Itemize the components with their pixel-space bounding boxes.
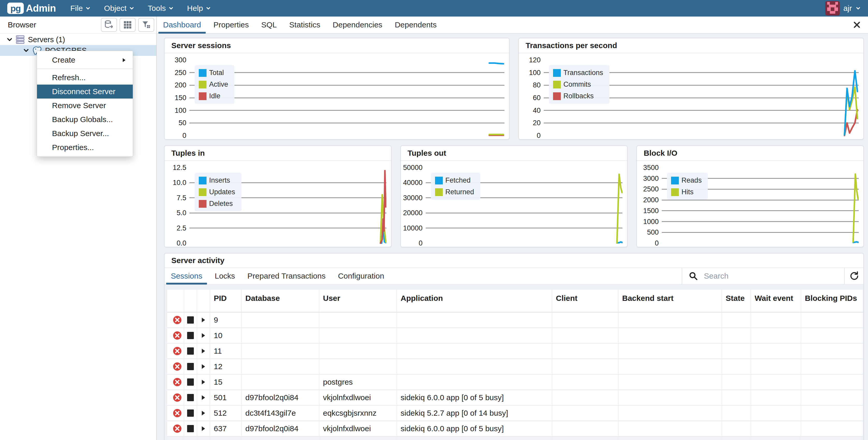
session-client-cell — [552, 312, 619, 328]
partial-row-cell — [171, 437, 184, 440]
session-user-cell: postgres — [319, 375, 397, 390]
cancel-query-button[interactable] — [184, 344, 197, 359]
session-state-cell — [722, 344, 751, 359]
chart-panel-transactions-per-second: Transactions per second120100806040200Tr… — [518, 38, 864, 140]
cancel-query-button[interactable] — [184, 328, 197, 344]
menu-label: Tools — [148, 4, 166, 13]
cancel-query-button[interactable] — [184, 312, 197, 328]
session-application-cell: sidekiq 6.0.0 app [0 of 5 busy] — [397, 390, 552, 406]
tab-dependencies[interactable]: Dependencies — [327, 17, 389, 33]
column-header-state[interactable]: State — [722, 290, 751, 312]
column-header-application[interactable]: Application — [397, 290, 552, 312]
terminate-session-button[interactable] — [171, 375, 184, 390]
context-menu-item-create[interactable]: Create — [37, 53, 133, 67]
expand-row-button[interactable] — [197, 421, 210, 437]
chart-panel-tuples-in: Tuples in12.510.07.55.02.50.0InsertsUpda… — [164, 145, 392, 247]
cancel-query-button[interactable] — [184, 421, 197, 437]
chart-legend: TotalActiveIdle — [195, 65, 235, 104]
menu-help[interactable]: Help — [187, 4, 211, 13]
context-menu-item-backup-globals[interactable]: Backup Globals... — [37, 113, 133, 126]
menu-object[interactable]: Object — [104, 4, 134, 13]
y-axis-tick: 5.0 — [164, 209, 186, 217]
filter-button[interactable] — [138, 18, 154, 32]
terminate-session-button[interactable] — [171, 312, 184, 328]
legend-swatch — [435, 188, 443, 196]
close-panel-button[interactable] — [852, 17, 868, 33]
terminate-session-button[interactable] — [171, 359, 184, 375]
expand-row-button[interactable] — [197, 359, 210, 375]
chevron-down-icon[interactable] — [6, 36, 13, 43]
context-menu-item-refresh[interactable]: Refresh... — [37, 71, 133, 85]
cancel-query-button[interactable] — [184, 375, 197, 390]
context-menu-item-remove-server[interactable]: Remove Server — [37, 99, 133, 113]
session-application-cell — [397, 375, 552, 390]
grid-button[interactable] — [120, 18, 135, 32]
tab-sql[interactable]: SQL — [255, 17, 283, 33]
session-blocking-pids-cell — [801, 421, 863, 437]
activity-tab-sessions[interactable]: Sessions — [164, 268, 209, 284]
column-header-user[interactable]: User — [319, 290, 397, 312]
browser-panel-header: Browser — [0, 17, 156, 34]
expand-row-button[interactable] — [197, 312, 210, 328]
column-header-blocking-pids[interactable]: Blocking PIDs — [801, 290, 863, 312]
stop-icon — [187, 425, 194, 433]
cancel-query-button[interactable] — [184, 406, 197, 421]
session-user-cell: vkjolnfxdlwoei — [319, 390, 397, 406]
y-axis-tick: 0 — [637, 239, 659, 247]
header-expand — [197, 290, 210, 312]
cancel-query-button[interactable] — [184, 359, 197, 375]
activity-tab-locks[interactable]: Locks — [209, 268, 241, 284]
expand-row-button[interactable] — [197, 344, 210, 359]
tab-dashboard[interactable]: Dashboard — [157, 17, 207, 33]
terminate-session-button[interactable] — [171, 328, 184, 344]
menu-tools[interactable]: Tools — [148, 4, 174, 13]
user-menu[interactable]: ajr — [825, 1, 861, 15]
chevron-down-icon[interactable] — [23, 48, 30, 54]
search-input[interactable] — [704, 271, 838, 281]
cancel-query-button[interactable] — [184, 390, 197, 406]
session-wait-event-cell — [751, 312, 801, 328]
activity-tab-configuration[interactable]: Configuration — [332, 268, 390, 284]
expand-row-button[interactable] — [197, 328, 210, 344]
tab-properties[interactable]: Properties — [207, 17, 255, 33]
session-blocking-pids-cell — [801, 375, 863, 390]
session-backend-start-cell — [619, 421, 722, 437]
tab-label: Dashboard — [163, 21, 201, 29]
y-axis-tick: 0.0 — [164, 239, 186, 247]
chart-title: Tuples out — [401, 146, 627, 161]
activity-tab-prepared-transactions[interactable]: Prepared Transactions — [241, 268, 332, 284]
terminate-session-button[interactable] — [171, 344, 184, 359]
column-header-backend-start[interactable]: Backend start — [619, 290, 722, 312]
terminate-session-button[interactable] — [171, 421, 184, 437]
expand-row-button[interactable] — [197, 406, 210, 421]
terminate-icon — [173, 393, 182, 402]
session-pid-cell: 10 — [210, 328, 242, 344]
tab-label: Statistics — [289, 21, 320, 29]
tree-item-servers-1-[interactable]: Servers (1) — [0, 34, 156, 45]
context-menu-item-backup-server[interactable]: Backup Server... — [37, 126, 133, 140]
view-data-button[interactable] — [101, 18, 117, 32]
stop-icon — [187, 332, 194, 339]
context-menu-item-properties[interactable]: Properties... — [37, 140, 133, 154]
menu-file[interactable]: File — [70, 4, 91, 13]
column-header-client[interactable]: Client — [552, 290, 619, 312]
context-menu-item-disconnect-server[interactable]: Disconnect Server — [37, 85, 133, 99]
tab-dependents[interactable]: Dependents — [389, 17, 443, 33]
legend-label: Transactions — [563, 69, 603, 77]
charts-row-2: Tuples in12.510.07.55.02.50.0InsertsUpda… — [164, 145, 864, 247]
session-state-cell — [722, 359, 751, 375]
terminate-session-button[interactable] — [171, 390, 184, 406]
session-application-cell: sidekiq 6.0.0 app [0 of 5 busy] — [397, 421, 552, 437]
session-client-cell — [552, 390, 619, 406]
y-axis-tick: 10.0 — [164, 179, 186, 187]
chart-title: Transactions per second — [519, 38, 863, 53]
tab-statistics[interactable]: Statistics — [283, 17, 327, 33]
refresh-button[interactable] — [845, 268, 863, 284]
column-header-pid[interactable]: PID — [210, 290, 242, 312]
session-pid-cell: 501 — [210, 390, 242, 406]
expand-row-button[interactable] — [197, 375, 210, 390]
column-header-database[interactable]: Database — [242, 290, 319, 312]
expand-row-button[interactable] — [197, 390, 210, 406]
column-header-wait-event[interactable]: Wait event — [751, 290, 801, 312]
terminate-session-button[interactable] — [171, 406, 184, 421]
